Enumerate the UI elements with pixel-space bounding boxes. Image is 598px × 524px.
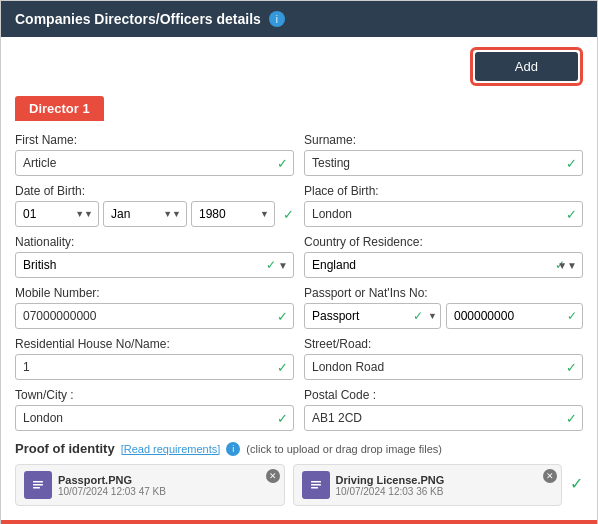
row-address: Residential House No/Name: ✓ Street/Road…: [15, 337, 583, 380]
passport-check-icon: ✓: [567, 309, 577, 323]
postal-input[interactable]: [304, 405, 583, 431]
director-tab[interactable]: Director 1: [15, 96, 104, 121]
row-name: First Name: ✓ Surname: ✓: [15, 133, 583, 176]
dob-month-select[interactable]: Jan: [103, 201, 187, 227]
street-label: Street/Road:: [304, 337, 583, 351]
street-check-icon: ✓: [566, 360, 577, 375]
file-name-1: Passport.PNG: [58, 474, 166, 486]
town-group: Town/City : ✓: [15, 388, 294, 431]
file-remove-1[interactable]: ✕: [266, 469, 280, 483]
nationality-select-wrap: British American French ✓ ▼: [15, 252, 294, 278]
mobile-check-icon: ✓: [277, 309, 288, 324]
house-group: Residential House No/Name: ✓: [15, 337, 294, 380]
proof-info-icon[interactable]: i: [226, 442, 240, 456]
town-wrap: ✓: [15, 405, 294, 431]
residence-select[interactable]: England Scotland Wales: [304, 252, 583, 278]
row-dob: Date of Birth: 01 ▼▼ Jan ▼▼: [15, 184, 583, 227]
first-name-check-icon: ✓: [277, 156, 288, 171]
postal-group: Postal Code : ✓: [304, 388, 583, 431]
nationality-label: Nationality:: [15, 235, 294, 249]
proof-files-row: Passport.PNG 10/07/2024 12:03 47 KB ✕ Dr…: [15, 464, 562, 506]
proof-title: Proof of identity: [15, 441, 115, 456]
dob-day-wrap: 01 ▼▼: [15, 201, 99, 227]
first-name-input[interactable]: [15, 150, 294, 176]
passport-label: Passport or Nat'Ins No:: [304, 286, 583, 300]
add-btn-row: Add: [15, 47, 583, 86]
svg-rect-5: [311, 481, 321, 483]
passport-type-check-icon: ✓: [413, 309, 423, 323]
dob-year-select[interactable]: 1980: [191, 201, 275, 227]
mobile-input[interactable]: [15, 303, 294, 329]
passport-type-wrap: Passport National Ins ✓ ▼: [304, 303, 441, 329]
proof-check-icon: ✓: [570, 474, 583, 493]
pob-input[interactable]: [304, 201, 583, 227]
row-town-postal: Town/City : ✓ Postal Code : ✓: [15, 388, 583, 431]
town-label: Town/City :: [15, 388, 294, 402]
file-remove-2[interactable]: ✕: [543, 469, 557, 483]
dob-group: Date of Birth: 01 ▼▼ Jan ▼▼: [15, 184, 294, 227]
file-icon-2: [302, 471, 330, 499]
proof-header: Proof of identity [Read requirements] i …: [15, 441, 583, 456]
street-wrap: ✓: [304, 354, 583, 380]
pob-wrap: ✓: [304, 201, 583, 227]
postal-label: Postal Code :: [304, 388, 583, 402]
dob-label: Date of Birth:: [15, 184, 294, 198]
first-name-label: First Name:: [15, 133, 294, 147]
row-nationality: Nationality: British American French ✓ ▼…: [15, 235, 583, 278]
dob-day-select[interactable]: 01: [15, 201, 99, 227]
dob-check-icon: ✓: [283, 207, 294, 222]
passport-number-input[interactable]: [446, 303, 583, 329]
passport-group: Passport or Nat'Ins No: Passport Nationa…: [304, 286, 583, 329]
house-check-icon: ✓: [277, 360, 288, 375]
mobile-wrap: ✓: [15, 303, 294, 329]
postal-check-icon: ✓: [566, 411, 577, 426]
nationality-select[interactable]: British American French: [15, 252, 294, 278]
street-group: Street/Road: ✓: [304, 337, 583, 380]
surname-wrap: ✓: [304, 150, 583, 176]
first-name-wrap: ✓: [15, 150, 294, 176]
residence-label: Country of Residence:: [304, 235, 583, 249]
svg-rect-6: [311, 484, 321, 486]
next-button[interactable]: Next: Review and submit: [1, 520, 597, 524]
surname-check-icon: ✓: [566, 156, 577, 171]
svg-rect-3: [33, 487, 40, 489]
town-input[interactable]: [15, 405, 294, 431]
proof-section: Proof of identity [Read requirements] i …: [15, 441, 583, 506]
page-title: Companies Directors/Officers details: [15, 11, 261, 27]
pob-group: Place of Birth: ✓: [304, 184, 583, 227]
residence-check-icon: ✓: [555, 258, 565, 272]
proof-subtitle: (click to upload or drag drop image file…: [246, 443, 442, 455]
house-wrap: ✓: [15, 354, 294, 380]
file-meta-1: 10/07/2024 12:03 47 KB: [58, 486, 166, 497]
residence-group: Country of Residence: England Scotland W…: [304, 235, 583, 278]
proof-link[interactable]: [Read requirements]: [121, 443, 221, 455]
nationality-check-icon: ✓: [266, 258, 276, 272]
first-name-group: First Name: ✓: [15, 133, 294, 176]
file-icon-1: [24, 471, 52, 499]
nationality-group: Nationality: British American French ✓ ▼: [15, 235, 294, 278]
file-info-2: Driving License.PNG 10/07/2024 12:03 36 …: [336, 474, 445, 497]
passport-num-wrap: ✓: [446, 303, 583, 329]
proof-content: Passport.PNG 10/07/2024 12:03 47 KB ✕ Dr…: [15, 464, 583, 506]
row-mobile-passport: Mobile Number: ✓ Passport or Nat'Ins No:…: [15, 286, 583, 329]
file-name-2: Driving License.PNG: [336, 474, 445, 486]
proof-file-2: Driving License.PNG 10/07/2024 12:03 36 …: [293, 464, 563, 506]
svg-rect-7: [311, 487, 318, 489]
info-icon[interactable]: i: [269, 11, 285, 27]
file-info-1: Passport.PNG 10/07/2024 12:03 47 KB: [58, 474, 166, 497]
house-input[interactable]: [15, 354, 294, 380]
house-label: Residential House No/Name:: [15, 337, 294, 351]
passport-inputs: Passport National Ins ✓ ▼ ✓: [304, 303, 583, 329]
surname-group: Surname: ✓: [304, 133, 583, 176]
add-button[interactable]: Add: [475, 52, 578, 81]
file-meta-2: 10/07/2024 12:03 36 KB: [336, 486, 445, 497]
pob-label: Place of Birth:: [304, 184, 583, 198]
residence-select-wrap: England Scotland Wales ✓ ▼▼: [304, 252, 583, 278]
street-input[interactable]: [304, 354, 583, 380]
town-check-icon: ✓: [277, 411, 288, 426]
svg-rect-2: [33, 484, 43, 486]
add-btn-highlight: Add: [470, 47, 583, 86]
next-btn-row: Next: Review and submit: [1, 520, 597, 524]
mobile-label: Mobile Number:: [15, 286, 294, 300]
surname-input[interactable]: [304, 150, 583, 176]
